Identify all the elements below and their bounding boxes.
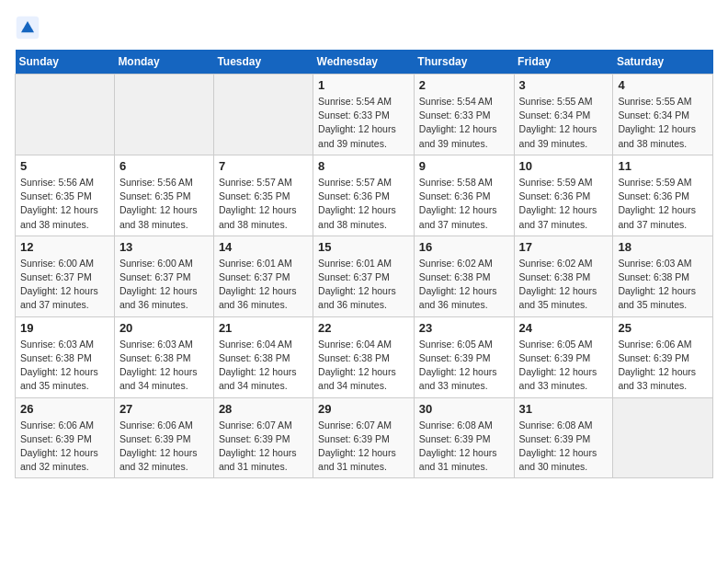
- calendar-week-row: 26Sunrise: 6:06 AM Sunset: 6:39 PM Dayli…: [16, 397, 713, 478]
- svg-rect-2: [23, 29, 33, 32]
- day-number: 17: [519, 240, 609, 254]
- day-info: Sunrise: 6:01 AM Sunset: 6:37 PM Dayligh…: [219, 257, 308, 313]
- logo: [15, 15, 44, 40]
- day-info: Sunrise: 5:55 AM Sunset: 6:34 PM Dayligh…: [618, 95, 708, 151]
- calendar-cell: 25Sunrise: 6:06 AM Sunset: 6:39 PM Dayli…: [613, 316, 713, 397]
- day-number: 16: [419, 240, 509, 254]
- calendar-cell: 1Sunrise: 5:54 AM Sunset: 6:33 PM Daylig…: [313, 75, 415, 155]
- calendar-cell: 15Sunrise: 6:01 AM Sunset: 6:37 PM Dayli…: [313, 236, 415, 316]
- calendar-cell: 31Sunrise: 6:08 AM Sunset: 6:39 PM Dayli…: [514, 397, 613, 478]
- day-number: 7: [219, 159, 308, 173]
- day-info: Sunrise: 6:04 AM Sunset: 6:38 PM Dayligh…: [318, 338, 409, 394]
- day-info: Sunrise: 5:58 AM Sunset: 6:36 PM Dayligh…: [419, 176, 509, 232]
- day-header-sunday: Sunday: [16, 50, 115, 75]
- calendar-cell: 14Sunrise: 6:01 AM Sunset: 6:37 PM Dayli…: [213, 236, 313, 316]
- calendar-cell: 30Sunrise: 6:08 AM Sunset: 6:39 PM Dayli…: [414, 397, 514, 478]
- day-info: Sunrise: 6:07 AM Sunset: 6:39 PM Dayligh…: [318, 419, 409, 475]
- day-header-wednesday: Wednesday: [313, 50, 415, 75]
- day-number: 10: [519, 159, 609, 173]
- day-number: 21: [219, 321, 308, 335]
- day-number: 11: [618, 159, 708, 173]
- calendar-cell: 24Sunrise: 6:05 AM Sunset: 6:39 PM Dayli…: [514, 316, 613, 397]
- day-header-saturday: Saturday: [613, 50, 713, 75]
- day-number: 3: [519, 78, 609, 92]
- day-info: Sunrise: 6:03 AM Sunset: 6:38 PM Dayligh…: [618, 257, 708, 313]
- day-number: 9: [419, 159, 509, 173]
- calendar-cell: 9Sunrise: 5:58 AM Sunset: 6:36 PM Daylig…: [414, 155, 514, 236]
- day-info: Sunrise: 6:05 AM Sunset: 6:39 PM Dayligh…: [519, 338, 609, 394]
- calendar-cell: 23Sunrise: 6:05 AM Sunset: 6:39 PM Dayli…: [414, 316, 514, 397]
- logo-icon: [15, 15, 40, 40]
- day-number: 18: [618, 240, 708, 254]
- day-info: Sunrise: 6:06 AM Sunset: 6:39 PM Dayligh…: [20, 419, 109, 475]
- calendar-cell: 26Sunrise: 6:06 AM Sunset: 6:39 PM Dayli…: [16, 397, 115, 478]
- day-info: Sunrise: 5:59 AM Sunset: 6:36 PM Dayligh…: [519, 176, 609, 232]
- calendar-cell: 19Sunrise: 6:03 AM Sunset: 6:38 PM Dayli…: [16, 316, 115, 397]
- calendar-cell: 4Sunrise: 5:55 AM Sunset: 6:34 PM Daylig…: [613, 75, 713, 155]
- day-number: 12: [20, 240, 109, 254]
- day-number: 27: [119, 402, 209, 416]
- day-number: 13: [119, 240, 209, 254]
- calendar-cell: 7Sunrise: 5:57 AM Sunset: 6:35 PM Daylig…: [213, 155, 313, 236]
- calendar-cell: 3Sunrise: 5:55 AM Sunset: 6:34 PM Daylig…: [514, 75, 613, 155]
- calendar-table: SundayMondayTuesdayWednesdayThursdayFrid…: [15, 50, 713, 478]
- calendar-cell: 13Sunrise: 6:00 AM Sunset: 6:37 PM Dayli…: [114, 236, 213, 316]
- day-number: 14: [219, 240, 308, 254]
- calendar-cell: 18Sunrise: 6:03 AM Sunset: 6:38 PM Dayli…: [613, 236, 713, 316]
- day-number: 30: [419, 402, 509, 416]
- day-number: 28: [219, 402, 308, 416]
- day-number: 24: [519, 321, 609, 335]
- calendar-cell: 5Sunrise: 5:56 AM Sunset: 6:35 PM Daylig…: [16, 155, 115, 236]
- day-info: Sunrise: 5:56 AM Sunset: 6:35 PM Dayligh…: [119, 176, 209, 232]
- calendar-cell: 27Sunrise: 6:06 AM Sunset: 6:39 PM Dayli…: [114, 397, 213, 478]
- calendar-cell: 17Sunrise: 6:02 AM Sunset: 6:38 PM Dayli…: [514, 236, 613, 316]
- day-number: 22: [318, 321, 409, 335]
- day-number: 19: [20, 321, 109, 335]
- calendar-cell: [114, 75, 213, 155]
- day-info: Sunrise: 6:08 AM Sunset: 6:39 PM Dayligh…: [519, 419, 609, 475]
- day-header-tuesday: Tuesday: [213, 50, 313, 75]
- calendar-header-row: SundayMondayTuesdayWednesdayThursdayFrid…: [16, 50, 713, 75]
- day-info: Sunrise: 5:59 AM Sunset: 6:36 PM Dayligh…: [618, 176, 708, 232]
- calendar-cell: 21Sunrise: 6:04 AM Sunset: 6:38 PM Dayli…: [213, 316, 313, 397]
- day-number: 4: [618, 78, 708, 92]
- day-number: 1: [318, 78, 409, 92]
- calendar-cell: 28Sunrise: 6:07 AM Sunset: 6:39 PM Dayli…: [213, 397, 313, 478]
- day-info: Sunrise: 5:57 AM Sunset: 6:36 PM Dayligh…: [318, 176, 409, 232]
- day-number: 23: [419, 321, 509, 335]
- day-info: Sunrise: 5:54 AM Sunset: 6:33 PM Dayligh…: [419, 95, 509, 151]
- calendar-week-row: 5Sunrise: 5:56 AM Sunset: 6:35 PM Daylig…: [16, 155, 713, 236]
- calendar-cell: 6Sunrise: 5:56 AM Sunset: 6:35 PM Daylig…: [114, 155, 213, 236]
- day-number: 2: [419, 78, 509, 92]
- calendar-week-row: 19Sunrise: 6:03 AM Sunset: 6:38 PM Dayli…: [16, 316, 713, 397]
- day-info: Sunrise: 5:55 AM Sunset: 6:34 PM Dayligh…: [519, 95, 609, 151]
- day-number: 29: [318, 402, 409, 416]
- day-info: Sunrise: 5:56 AM Sunset: 6:35 PM Dayligh…: [20, 176, 109, 232]
- calendar-week-row: 1Sunrise: 5:54 AM Sunset: 6:33 PM Daylig…: [16, 75, 713, 155]
- day-info: Sunrise: 6:03 AM Sunset: 6:38 PM Dayligh…: [20, 338, 109, 394]
- calendar-cell: 12Sunrise: 6:00 AM Sunset: 6:37 PM Dayli…: [16, 236, 115, 316]
- day-header-monday: Monday: [114, 50, 213, 75]
- day-info: Sunrise: 5:57 AM Sunset: 6:35 PM Dayligh…: [219, 176, 308, 232]
- day-number: 31: [519, 402, 609, 416]
- day-info: Sunrise: 6:04 AM Sunset: 6:38 PM Dayligh…: [219, 338, 308, 394]
- calendar-cell: 11Sunrise: 5:59 AM Sunset: 6:36 PM Dayli…: [613, 155, 713, 236]
- calendar-cell: 29Sunrise: 6:07 AM Sunset: 6:39 PM Dayli…: [313, 397, 415, 478]
- day-number: 15: [318, 240, 409, 254]
- page-header: [15, 15, 713, 40]
- day-info: Sunrise: 6:00 AM Sunset: 6:37 PM Dayligh…: [20, 257, 109, 313]
- day-header-thursday: Thursday: [414, 50, 514, 75]
- calendar-cell: [613, 397, 713, 478]
- calendar-cell: 22Sunrise: 6:04 AM Sunset: 6:38 PM Dayli…: [313, 316, 415, 397]
- calendar-cell: 20Sunrise: 6:03 AM Sunset: 6:38 PM Dayli…: [114, 316, 213, 397]
- calendar-cell: 16Sunrise: 6:02 AM Sunset: 6:38 PM Dayli…: [414, 236, 514, 316]
- day-info: Sunrise: 6:05 AM Sunset: 6:39 PM Dayligh…: [419, 338, 509, 394]
- day-info: Sunrise: 6:02 AM Sunset: 6:38 PM Dayligh…: [519, 257, 609, 313]
- calendar-week-row: 12Sunrise: 6:00 AM Sunset: 6:37 PM Dayli…: [16, 236, 713, 316]
- day-number: 25: [618, 321, 708, 335]
- day-info: Sunrise: 6:00 AM Sunset: 6:37 PM Dayligh…: [119, 257, 209, 313]
- day-info: Sunrise: 5:54 AM Sunset: 6:33 PM Dayligh…: [318, 95, 409, 151]
- day-info: Sunrise: 6:08 AM Sunset: 6:39 PM Dayligh…: [419, 419, 509, 475]
- day-number: 6: [119, 159, 209, 173]
- day-info: Sunrise: 6:01 AM Sunset: 6:37 PM Dayligh…: [318, 257, 409, 313]
